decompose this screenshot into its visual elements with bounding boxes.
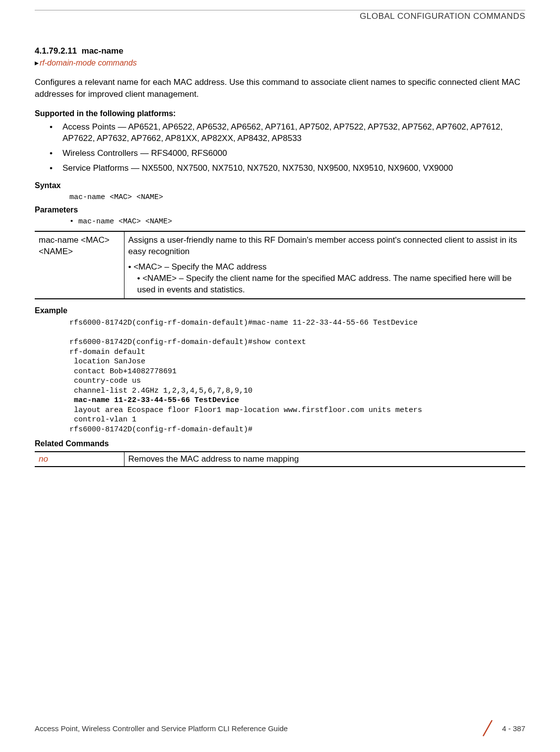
parameters-bullet: • mac-name <MAC> <NAME> — [69, 217, 525, 226]
page-footer: Access Point, Wireless Controller and Se… — [35, 718, 525, 738]
list-item: Access Points — AP6521, AP6522, AP6532, … — [50, 121, 525, 145]
svg-line-0 — [483, 720, 492, 736]
page-header: GLOBAL CONFIGURATION COMMANDS — [35, 11, 525, 21]
code-line: rfs6000-81742D(config-rf-domain-default)… — [69, 319, 418, 327]
syntax-heading: Syntax — [35, 181, 525, 190]
header-rule — [35, 10, 525, 10]
section-number: 4.1.79.2.11 — [35, 46, 77, 56]
example-code-block: rfs6000-81742D(config-rf-domain-default)… — [69, 318, 525, 434]
table-row: no Removes the MAC address to name mappi… — [35, 452, 525, 467]
param-desc-cell: Assigns a user-friendly name to this RF … — [124, 231, 525, 299]
footer-title: Access Point, Wireless Controller and Se… — [35, 724, 288, 733]
param-bullet-name: • <NAME> – Specify the client name for t… — [128, 273, 522, 296]
table-row: mac-name <MAC> <NAME> Assigns a user-fri… — [35, 231, 525, 299]
supported-heading: Supported in the following platforms: — [35, 109, 525, 118]
param-name-cell: mac-name <MAC> <NAME> — [35, 231, 124, 299]
code-line: rf-domain default — [69, 348, 145, 356]
breadcrumb-arrow-icon: ▸ — [35, 59, 39, 67]
footer-slash-icon — [480, 718, 495, 738]
code-line: country-code us — [69, 377, 141, 385]
related-command-desc: Removes the MAC address to name mapping — [124, 452, 525, 467]
platforms-list: Access Points — AP6521, AP6522, AP6532, … — [35, 121, 525, 174]
example-heading: Example — [35, 306, 525, 315]
parameters-heading: Parameters — [35, 205, 525, 214]
intro-paragraph: Configures a relevant name for each MAC … — [35, 76, 525, 100]
page-number: 4 - 387 — [502, 724, 525, 733]
breadcrumb: ▸rf-domain-mode commands — [35, 58, 525, 68]
footer-page-area: 4 - 387 — [480, 718, 525, 738]
section-heading: 4.1.79.2.11 mac-name — [35, 46, 525, 56]
code-line: contact Bob+14082778691 — [69, 367, 177, 376]
code-line-highlighted: mac-name 11-22-33-44-55-66 TestDevice — [69, 396, 239, 405]
related-heading: Related Commands — [35, 439, 525, 448]
param-description: Assigns a user-friendly name to this RF … — [128, 235, 517, 256]
breadcrumb-text: rf-domain-mode commands — [40, 59, 137, 67]
list-item: Service Platforms — NX5500, NX7500, NX75… — [50, 162, 525, 174]
syntax-code: mac-name <MAC> <NAME> — [69, 193, 525, 202]
parameters-table: mac-name <MAC> <NAME> Assigns a user-fri… — [35, 231, 525, 300]
code-line: control-vlan 1 — [69, 415, 136, 424]
code-line: rfs6000-81742D(config-rf-domain-default)… — [69, 425, 252, 434]
code-line: rfs6000-81742D(config-rf-domain-default)… — [69, 338, 306, 346]
code-line: location SanJose — [69, 357, 145, 366]
related-commands-table: no Removes the MAC address to name mappi… — [35, 451, 525, 467]
related-command-name: no — [35, 452, 124, 467]
code-line: channel-list 2.4GHz 1,2,3,4,5,6,7,8,9,10 — [69, 387, 252, 395]
param-bullet-mac: • <MAC> – Specify the MAC address — [128, 262, 522, 273]
code-line: layout area Ecospace floor Floor1 map-lo… — [69, 406, 422, 414]
list-item: Wireless Controllers — RFS4000, RFS6000 — [50, 147, 525, 159]
section-title: mac-name — [82, 46, 124, 56]
